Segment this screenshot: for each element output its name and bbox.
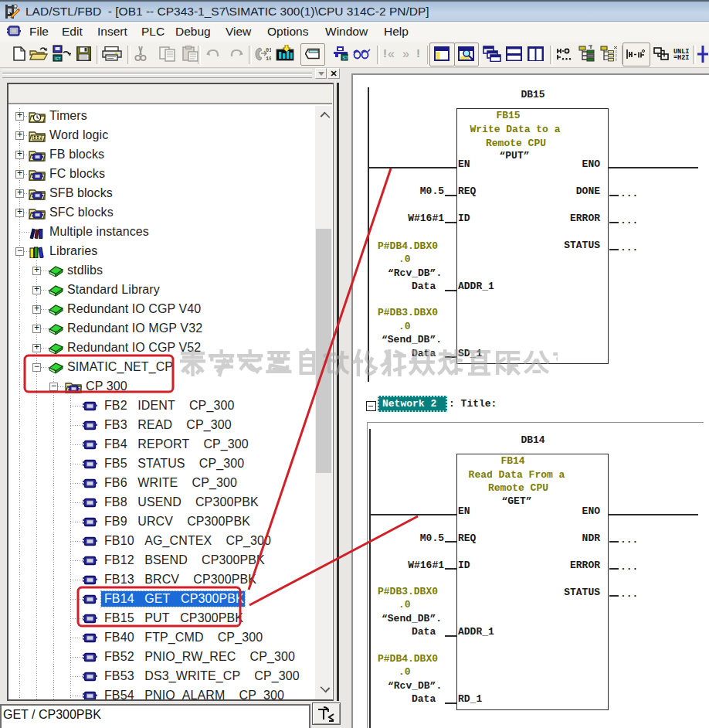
svg-text:=H2I: =H2I	[673, 54, 689, 60]
svg-text:»: »	[402, 47, 409, 60]
svg-text:S7: S7	[343, 56, 349, 60]
svg-text:«: «	[388, 47, 395, 60]
svg-text:!: !	[416, 46, 420, 60]
svg-text:!: !	[383, 46, 387, 60]
svg-text:01: 01	[266, 47, 271, 53]
svg-text:S7: S7	[55, 56, 61, 61]
svg-text:10: 10	[266, 56, 271, 62]
